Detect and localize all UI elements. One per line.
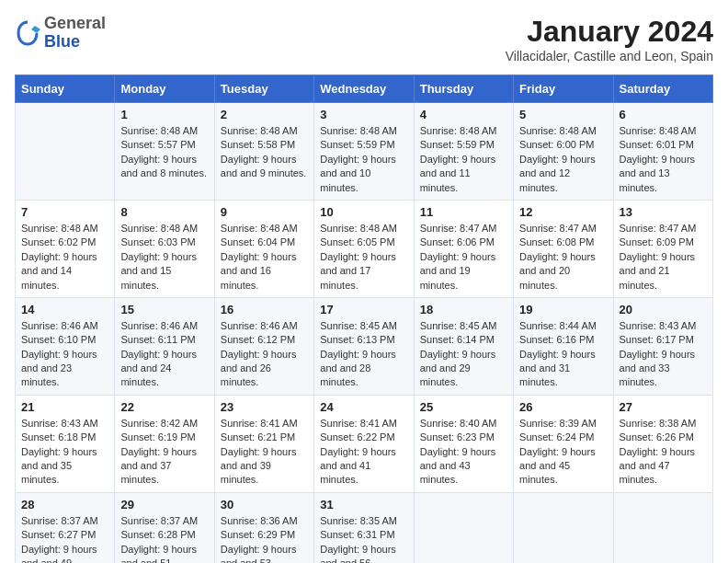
calendar-cell: 9Sunrise: 8:48 AMSunset: 6:04 PMDaylight… [214,200,313,297]
calendar-cell: 12Sunrise: 8:47 AMSunset: 6:08 PMDayligh… [514,200,613,297]
day-number: 12 [519,205,607,219]
daylight-text: Daylight: 9 hours [320,348,407,362]
calendar-cell [414,492,513,563]
sunrise-text: Sunrise: 8:48 AM [320,124,407,138]
daylight-text: Daylight: 9 hours [620,348,707,362]
calendar-cell: 10Sunrise: 8:48 AMSunset: 6:05 PMDayligh… [314,200,414,297]
sunrise-text: Sunrise: 8:46 AM [21,319,108,333]
sunrise-text: Sunrise: 8:48 AM [420,124,507,138]
daylight-text: Daylight: 9 hours [519,153,607,167]
header-day-monday: Monday [115,75,214,103]
daylight-text-2: and and 14 minutes. [21,264,108,293]
sunset-text: Sunset: 6:01 PM [620,138,707,152]
day-number: 14 [21,303,108,316]
calendar-cell: 15Sunrise: 8:46 AMSunset: 6:11 PMDayligh… [115,297,214,395]
sunrise-text: Sunrise: 8:42 AM [120,417,208,431]
daylight-text-2: and and 15 minutes. [120,264,208,293]
sunset-text: Sunset: 6:02 PM [21,236,108,249]
daylight-text: Daylight: 9 hours [120,250,208,264]
day-number: 13 [620,205,707,219]
daylight-text: Daylight: 9 hours [21,348,108,362]
calendar-cell: 31Sunrise: 8:35 AMSunset: 6:31 PMDayligh… [314,492,414,563]
sunrise-text: Sunrise: 8:47 AM [620,222,707,236]
daylight-text: Daylight: 9 hours [420,445,507,459]
calendar-cell: 28Sunrise: 8:37 AMSunset: 6:27 PMDayligh… [16,492,115,563]
daylight-text-2: and and 35 minutes. [21,459,108,488]
daylight-text: Daylight: 9 hours [519,348,607,362]
calendar-cell: 5Sunrise: 8:48 AMSunset: 6:00 PMDaylight… [514,103,613,201]
day-number: 26 [519,400,607,414]
sunrise-text: Sunrise: 8:37 AM [21,514,108,528]
daylight-text-2: and and 43 minutes. [420,459,507,488]
daylight-text: Daylight: 9 hours [620,445,707,459]
sunrise-text: Sunrise: 8:38 AM [620,417,707,431]
sunrise-text: Sunrise: 8:48 AM [221,222,308,236]
day-number: 7 [21,205,108,219]
daylight-text: Daylight: 9 hours [519,250,607,264]
calendar-cell [613,492,712,563]
daylight-text-2: and and 26 minutes. [221,362,308,390]
daylight-text: Daylight: 9 hours [221,348,308,362]
calendar-cell: 30Sunrise: 8:36 AMSunset: 6:29 PMDayligh… [214,492,313,563]
day-number: 16 [221,303,308,316]
daylight-text-2: and and 13 minutes. [620,167,707,195]
sunrise-text: Sunrise: 8:47 AM [519,222,607,236]
sunset-text: Sunset: 6:08 PM [519,236,607,249]
sunset-text: Sunset: 6:12 PM [221,333,308,347]
daylight-text-2: and and 28 minutes. [320,362,407,390]
sunset-text: Sunset: 6:29 PM [221,528,308,542]
calendar-cell: 22Sunrise: 8:42 AMSunset: 6:19 PMDayligh… [115,395,214,492]
sunset-text: Sunset: 6:00 PM [519,138,607,152]
calendar-cell: 8Sunrise: 8:48 AMSunset: 6:03 PMDaylight… [115,200,214,297]
day-number: 30 [221,498,308,511]
sunrise-text: Sunrise: 8:47 AM [420,222,507,236]
calendar-cell: 20Sunrise: 8:43 AMSunset: 6:17 PMDayligh… [613,297,712,395]
daylight-text-2: and and 17 minutes. [320,264,407,293]
sunrise-text: Sunrise: 8:48 AM [519,124,607,138]
calendar-cell: 11Sunrise: 8:47 AMSunset: 6:06 PMDayligh… [414,200,513,297]
sunset-text: Sunset: 5:58 PM [221,138,308,152]
sunset-text: Sunset: 6:05 PM [320,236,407,249]
daylight-text-2: and and 45 minutes. [519,459,607,488]
sunset-text: Sunset: 6:19 PM [120,431,208,444]
sunset-text: Sunset: 5:57 PM [120,138,208,152]
sunrise-text: Sunrise: 8:40 AM [420,417,507,431]
day-number: 6 [620,108,707,121]
daylight-text-2: and and 12 minutes. [519,167,607,195]
sunrise-text: Sunrise: 8:36 AM [221,514,308,528]
daylight-text-2: and and 8 minutes. [120,167,208,180]
sunrise-text: Sunrise: 8:45 AM [420,319,507,333]
calendar-cell: 1Sunrise: 8:48 AMSunset: 5:57 PMDaylight… [115,103,214,201]
daylight-text-2: and and 23 minutes. [21,362,108,390]
daylight-text: Daylight: 9 hours [120,445,208,459]
daylight-text-2: and and 37 minutes. [120,459,208,488]
header-day-thursday: Thursday [414,75,513,103]
calendar-cell: 25Sunrise: 8:40 AMSunset: 6:23 PMDayligh… [414,395,513,492]
sunrise-text: Sunrise: 8:35 AM [320,514,407,528]
daylight-text: Daylight: 9 hours [320,250,407,264]
daylight-text-2: and and 24 minutes. [120,362,208,390]
day-number: 18 [420,303,507,316]
daylight-text-2: and and 49 minutes. [21,557,108,563]
sunrise-text: Sunrise: 8:37 AM [120,514,208,528]
sunrise-text: Sunrise: 8:48 AM [320,222,407,236]
daylight-text: Daylight: 9 hours [221,445,308,459]
location-title: Villacidaler, Castille and Leon, Spain [506,49,713,63]
logo-general-text: General [44,15,106,33]
day-number: 20 [620,303,707,316]
sunrise-text: Sunrise: 8:48 AM [120,124,208,138]
calendar-cell: 24Sunrise: 8:41 AMSunset: 6:22 PMDayligh… [314,395,414,492]
sunset-text: Sunset: 6:14 PM [420,333,507,347]
daylight-text-2: and and 19 minutes. [420,264,507,293]
sunset-text: Sunset: 6:06 PM [420,236,507,249]
sunset-text: Sunset: 6:21 PM [221,431,308,444]
sunset-text: Sunset: 6:23 PM [420,431,507,444]
daylight-text: Daylight: 9 hours [221,250,308,264]
daylight-text-2: and and 31 minutes. [519,362,607,390]
daylight-text-2: and and 29 minutes. [420,362,507,390]
sunrise-text: Sunrise: 8:46 AM [120,319,208,333]
calendar-cell: 2Sunrise: 8:48 AMSunset: 5:58 PMDaylight… [214,103,313,201]
sunset-text: Sunset: 6:26 PM [620,431,707,444]
calendar-cell [16,103,115,201]
daylight-text-2: and and 47 minutes. [620,459,707,488]
